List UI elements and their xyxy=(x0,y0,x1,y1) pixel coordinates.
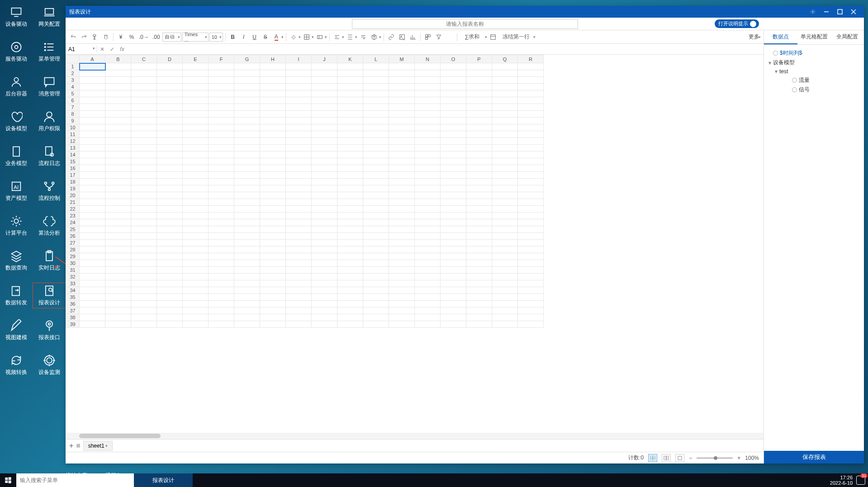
taskbar-task[interactable]: 报表设计 xyxy=(134,473,193,487)
menu-chat[interactable]: 消息管理 xyxy=(33,74,66,99)
accept-formula-icon[interactable]: ✓ xyxy=(107,46,117,52)
sheet-tab-1[interactable]: sheet1 ▾ xyxy=(83,441,113,451)
notification-icon[interactable]: 31 xyxy=(856,476,865,485)
cancel-formula-icon[interactable]: ✕ xyxy=(97,46,107,52)
zoom-in-button[interactable]: + xyxy=(737,455,740,461)
zoom-slider[interactable] xyxy=(697,457,733,459)
tree-time-col[interactable]: $时间列$ xyxy=(767,48,861,58)
menu-list[interactable]: 菜单管理 xyxy=(33,39,66,64)
freeze-dropdown[interactable]: ▾ xyxy=(533,35,536,39)
view-break-button[interactable] xyxy=(675,454,684,462)
tree-leaf-signal[interactable]: 信号 xyxy=(767,85,861,95)
merge-dropdown[interactable]: ▾ xyxy=(325,35,327,39)
filter-button[interactable] xyxy=(434,32,444,42)
cube-button[interactable] xyxy=(369,32,379,42)
view-page-button[interactable] xyxy=(662,454,671,462)
menu-refresh[interactable]: 视频转换 xyxy=(0,353,33,378)
settings-icon[interactable] xyxy=(806,6,820,18)
minimize-button[interactable] xyxy=(820,6,833,18)
fill-color-button[interactable] xyxy=(289,32,299,42)
clock[interactable]: 17:26 2022-6-10 xyxy=(830,475,853,486)
valign-dropdown[interactable]: ▾ xyxy=(355,35,357,39)
tab-cell-config[interactable]: 单元格配置 xyxy=(797,30,831,44)
underline-button[interactable]: U xyxy=(250,32,260,42)
tab-data-points[interactable]: 数据点 xyxy=(764,30,797,44)
start-button[interactable] xyxy=(0,473,16,487)
decrease-decimal-button[interactable]: .0→ xyxy=(138,32,150,42)
table-button[interactable] xyxy=(445,32,455,42)
format-select[interactable]: 自动 xyxy=(162,33,181,42)
merge-button[interactable] xyxy=(315,32,325,42)
taskbar-search[interactable] xyxy=(16,473,134,487)
clear-format-button[interactable] xyxy=(101,32,111,42)
spreadsheet-grid[interactable]: ABCDEFGHIJKLMNOPQR1234567891011121314151… xyxy=(66,55,764,433)
menu-heart-gear[interactable]: 设备模型 xyxy=(0,109,33,134)
menu-flow[interactable]: 流程控制 xyxy=(33,179,66,203)
increase-decimal-button[interactable]: .00 xyxy=(151,32,161,42)
bold-button[interactable]: B xyxy=(228,32,238,42)
valign-button[interactable] xyxy=(345,32,355,42)
format-painter-button[interactable] xyxy=(90,32,100,42)
undo-button[interactable] xyxy=(68,32,78,42)
halign-dropdown[interactable]: ▾ xyxy=(342,35,344,39)
menu-forward[interactable]: 数据转发 xyxy=(0,283,33,308)
tree-leaf-flow[interactable]: 流量 xyxy=(767,76,861,85)
menu-building[interactable]: 业务模型 xyxy=(0,144,33,169)
italic-button[interactable]: I xyxy=(239,32,249,42)
zoom-out-button[interactable]: − xyxy=(689,455,692,461)
tree-node-test[interactable]: ▾test xyxy=(767,67,861,76)
sum-dropdown[interactable]: ▾ xyxy=(485,35,487,39)
menu-pin[interactable]: 报表接口 xyxy=(33,318,66,343)
save-report-button[interactable]: 保存报表 xyxy=(764,451,864,463)
font-color-dropdown[interactable]: ▾ xyxy=(281,35,284,39)
image-button[interactable] xyxy=(397,32,407,42)
cond-format-button[interactable] xyxy=(423,32,433,42)
close-button[interactable] xyxy=(847,6,860,18)
view-normal-button[interactable] xyxy=(648,454,657,462)
sheet-list-button[interactable]: ≡ xyxy=(76,442,80,450)
cell-reference[interactable]: A1 xyxy=(66,46,97,52)
menu-report[interactable]: 报表设计 xyxy=(33,283,66,308)
menu-disc[interactable]: 服务驱动 xyxy=(0,39,33,64)
menu-doc-search[interactable]: 流程日志 xyxy=(33,144,66,169)
menu-pencil[interactable]: 视图建模 xyxy=(0,318,33,343)
tab-global-config[interactable]: 全局配置 xyxy=(830,30,864,44)
menu-gear[interactable]: 计算平台 xyxy=(0,213,33,238)
tree-root[interactable]: ▾设备模型 xyxy=(767,58,861,67)
formula-input[interactable] xyxy=(127,46,764,52)
menu-laptop[interactable]: 网关配置 xyxy=(33,5,66,29)
report-name-input[interactable] xyxy=(352,19,578,29)
cube-dropdown[interactable]: ▾ xyxy=(379,35,381,39)
font-color-button[interactable]: A xyxy=(271,32,281,42)
menu-ai[interactable]: AI资产模型 xyxy=(0,179,33,203)
fill-color-dropdown[interactable]: ▾ xyxy=(299,35,301,39)
sheet-tab-dropdown[interactable]: ▾ xyxy=(105,444,108,448)
fx-icon[interactable]: fx xyxy=(117,46,127,52)
border-dropdown[interactable]: ▾ xyxy=(312,35,314,39)
menu-brain[interactable]: 算法分析 xyxy=(33,213,66,238)
maximize-button[interactable] xyxy=(833,6,847,18)
layout-button[interactable] xyxy=(488,32,498,42)
menu-layers[interactable]: 数据查询 xyxy=(0,248,33,273)
link-button[interactable] xyxy=(386,32,396,42)
horizontal-scrollbar[interactable] xyxy=(66,433,764,439)
menu-monitor[interactable]: 设备驱动 xyxy=(0,5,33,29)
fontsize-select[interactable]: 10 xyxy=(209,33,223,42)
sum-button[interactable]: ∑求和 xyxy=(460,32,485,42)
menu-user-gear[interactable]: 后台容器 xyxy=(0,74,33,99)
halign-button[interactable] xyxy=(332,32,342,42)
menu-target[interactable]: 设备监测 xyxy=(33,353,66,378)
currency-button[interactable]: ¥ xyxy=(116,32,126,42)
help-toggle[interactable]: 打开说明提示 xyxy=(715,19,759,28)
freeze-button[interactable]: 冻结第一行 xyxy=(499,32,533,42)
more-button[interactable]: 更多▾ xyxy=(749,33,761,41)
font-select[interactable]: Times ... xyxy=(182,33,209,42)
strike-button[interactable]: S xyxy=(261,32,270,42)
border-button[interactable] xyxy=(302,32,312,42)
chart-button[interactable] xyxy=(408,32,418,42)
menu-clipboard[interactable]: 实时日志 xyxy=(33,248,66,273)
percent-button[interactable]: % xyxy=(127,32,137,42)
redo-button[interactable] xyxy=(79,32,89,42)
wrap-button[interactable] xyxy=(358,32,368,42)
add-sheet-button[interactable]: + xyxy=(69,442,73,450)
